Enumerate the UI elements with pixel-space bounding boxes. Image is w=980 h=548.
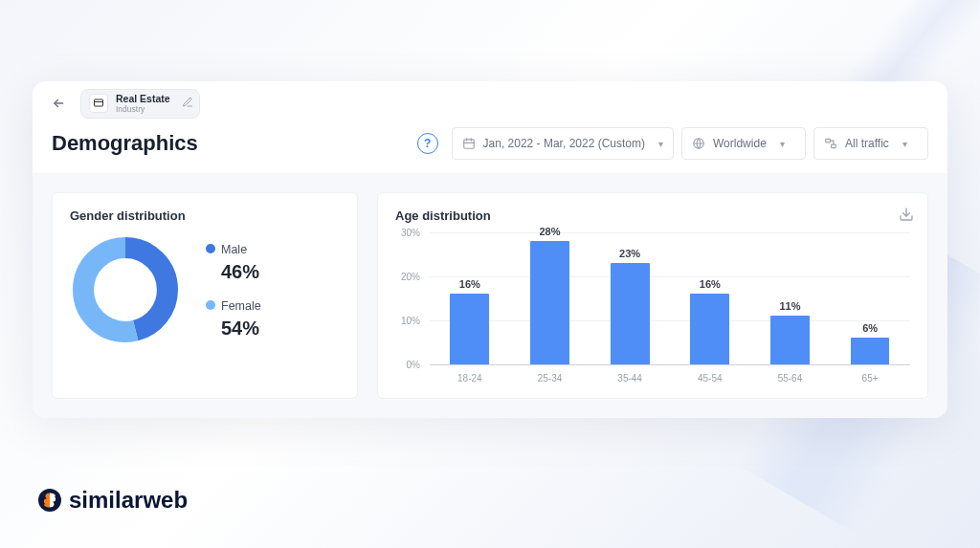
bar: [611, 263, 650, 364]
back-button[interactable]: [46, 91, 71, 116]
legend-female: Female 54%: [206, 296, 261, 340]
bars: 16%28%23%16%11%6%: [430, 232, 910, 364]
male-dot: [206, 244, 215, 253]
female-dot: [206, 300, 215, 310]
bar-value-label: 11%: [779, 300, 800, 312]
traffic-label: All traffic: [845, 137, 889, 150]
arrow-left-icon: [52, 97, 65, 110]
y-tick: 0%: [407, 360, 420, 370]
chevron-down-icon: ▾: [780, 139, 785, 149]
chevron-down-icon: ▾: [902, 139, 907, 149]
bar-value-label: 16%: [700, 278, 721, 290]
industry-chip[interactable]: Real Estate Industry: [80, 89, 200, 119]
top-bar: Real Estate Industry: [33, 81, 947, 120]
globe-icon: [692, 137, 705, 150]
svg-rect-1: [95, 99, 103, 106]
industry-chip-text: Real Estate Industry: [116, 94, 170, 114]
panel-body: Gender distribution Male 46% Female 54%: [33, 173, 947, 418]
x-tick-label: 55-64: [756, 373, 823, 384]
header-controls: ? Jan, 2022 - Mar, 2022 (Custom) ▾ World…: [417, 127, 928, 160]
x-tick-label: 65+: [836, 373, 903, 384]
industry-chip-sub: Industry: [116, 105, 170, 114]
date-range-label: Jan, 2022 - Mar, 2022 (Custom): [483, 137, 645, 150]
age-card-title: Age distribution: [395, 208, 910, 223]
calendar-icon: [462, 137, 476, 150]
main-panel: Real Estate Industry Demographics ? Jan,…: [33, 81, 947, 418]
y-axis: 0%10%20%30%: [395, 232, 426, 364]
bar-column: 23%: [596, 248, 663, 364]
bar-column: 6%: [836, 322, 903, 364]
x-tick-label: 25-34: [516, 373, 583, 384]
gender-donut-chart: [70, 234, 181, 345]
bar-column: 16%: [436, 278, 503, 364]
age-distribution-card: Age distribution 0%10%20%30% 16%28%23%16…: [377, 192, 928, 399]
brand-logo: [38, 489, 61, 512]
x-tick-label: 35-44: [596, 373, 663, 384]
page-title: Demographics: [52, 131, 198, 156]
industry-icon: [89, 94, 108, 113]
download-icon: [899, 207, 914, 222]
male-value: 46%: [221, 261, 261, 283]
svg-rect-9: [826, 139, 831, 142]
legend-male: Male 46%: [206, 240, 261, 283]
bar-value-label: 23%: [619, 248, 640, 259]
gender-card-body: Male 46% Female 54%: [70, 223, 340, 345]
age-chart: 0%10%20%30% 16%28%23%16%11%6% 18-2425-34…: [395, 232, 910, 384]
y-tick: 30%: [401, 228, 420, 238]
similarweb-logo-icon: [41, 492, 58, 509]
bar: [851, 338, 890, 364]
download-button[interactable]: [899, 207, 914, 226]
x-axis-labels: 18-2425-3435-4445-5455-6465+: [430, 373, 910, 384]
traffic-picker[interactable]: All traffic ▾: [813, 127, 928, 160]
bar-column: 11%: [756, 300, 823, 364]
bar-value-label: 28%: [539, 226, 560, 237]
browser-icon: [93, 98, 104, 109]
y-tick: 20%: [401, 272, 420, 282]
x-tick-label: 18-24: [436, 373, 503, 384]
help-button[interactable]: ?: [417, 133, 438, 154]
region-picker[interactable]: Worldwide ▾: [681, 127, 806, 160]
male-label: Male: [221, 243, 247, 256]
header-row: Demographics ? Jan, 2022 - Mar, 2022 (Cu…: [33, 120, 947, 173]
traffic-icon: [824, 137, 837, 150]
bar-column: 28%: [516, 226, 583, 364]
industry-chip-title: Real Estate: [116, 94, 170, 104]
edit-icon[interactable]: [182, 95, 193, 112]
pencil-icon: [182, 97, 193, 108]
female-value: 54%: [221, 318, 261, 340]
bar: [690, 294, 729, 364]
brand-name: similarweb: [69, 487, 188, 514]
bar: [770, 316, 810, 364]
region-label: Worldwide: [713, 137, 767, 150]
gender-legend: Male 46% Female 54%: [206, 240, 261, 340]
female-label: Female: [221, 299, 261, 313]
gender-distribution-card: Gender distribution Male 46% Female 54%: [52, 192, 358, 399]
brand-footer: similarweb: [38, 487, 188, 514]
gridline: [430, 364, 910, 365]
y-tick: 10%: [401, 316, 420, 326]
bar-value-label: 16%: [459, 278, 480, 290]
bar: [530, 241, 569, 364]
bar-column: 16%: [677, 278, 744, 364]
bar: [450, 294, 489, 364]
gender-card-title: Gender distribution: [70, 208, 340, 223]
date-range-picker[interactable]: Jan, 2022 - Mar, 2022 (Custom) ▾: [452, 127, 674, 160]
x-tick-label: 45-54: [677, 373, 744, 384]
chevron-down-icon: ▾: [658, 139, 663, 149]
svg-rect-3: [463, 140, 474, 148]
svg-rect-10: [832, 144, 836, 148]
bar-value-label: 6%: [862, 322, 878, 334]
